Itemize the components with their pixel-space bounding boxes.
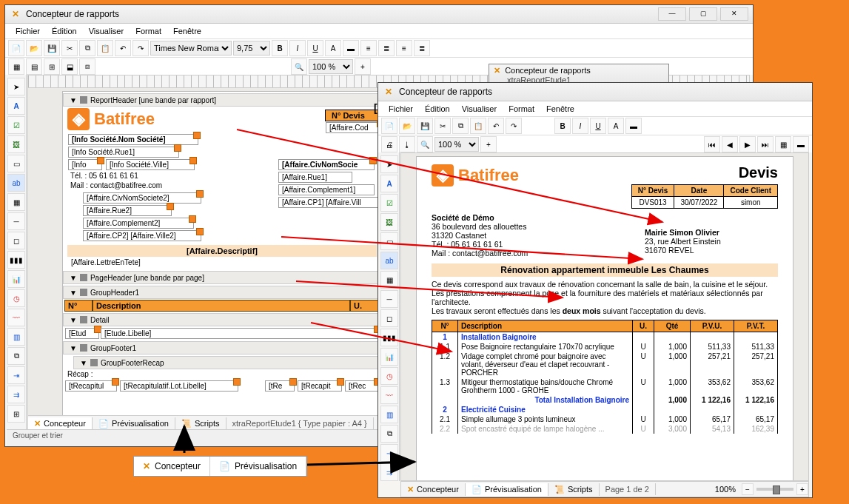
snap-icon[interactable]: ▤ (26, 58, 42, 75)
image-tool-icon[interactable]: 🖼 (380, 213, 398, 231)
line-tool-icon[interactable]: ─ (380, 290, 398, 308)
maximize-button[interactable]: ▢ (689, 7, 717, 21)
font-color-icon[interactable]: A (325, 40, 341, 56)
gauge-tool-icon[interactable]: ◷ (380, 367, 398, 385)
chart-tool-icon[interactable]: 📊 (7, 270, 25, 288)
columns-header[interactable]: N° Description U. (64, 300, 380, 312)
field-descriptif[interactable]: [Affaire.Descriptif] (67, 245, 377, 257)
field-tre[interactable]: [tRe (265, 380, 295, 392)
field-rue1[interactable]: [Info Société.Rue1] (68, 147, 179, 158)
font-size-select[interactable]: 9,75 (233, 41, 270, 56)
open-icon[interactable]: 📂 (399, 118, 415, 134)
band-report-header[interactable]: ▼ReportHeader [une bande par rapport] (63, 93, 381, 107)
menu-file[interactable]: Fichier (11, 25, 44, 37)
band-group-footer-recap[interactable]: ▼GroupFooterRecap (73, 356, 381, 369)
redo-icon[interactable]: ↷ (506, 118, 522, 134)
callout-tab-design[interactable]: ✕Concepteur (134, 457, 210, 476)
open-icon[interactable]: 📂 (26, 40, 42, 56)
band-detail[interactable]: ▼Detail (63, 313, 381, 326)
order-tool-icon[interactable]: ⧈ (79, 58, 95, 75)
shape-tool-icon[interactable]: ◻ (7, 232, 25, 249)
print-icon[interactable]: 🖨 (381, 136, 397, 152)
field-ville[interactable]: [Info Société.Ville] (106, 159, 195, 170)
field-civ2[interactable]: [Affaire.CivNomSociete2] (83, 192, 201, 204)
preview-titlebar[interactable]: ✕ Concepteur de rapports (378, 83, 812, 101)
crossband-tool-icon[interactable]: ⇉ (380, 463, 398, 481)
cut-icon[interactable]: ✂ (434, 118, 451, 134)
field-rue2[interactable]: [Affaire.Rue2] (83, 205, 172, 216)
subreport-tool-icon[interactable]: ⧉ (7, 347, 25, 365)
field-aff-rue1[interactable]: [Affaire.Rue1] (278, 172, 352, 183)
tab-preview[interactable]: 📄Prévisualisation (93, 417, 175, 430)
band-group-header[interactable]: ▼GroupHeader1 (63, 286, 381, 299)
pivot-tool-icon[interactable]: ▥ (7, 328, 25, 346)
bold-icon[interactable]: B (272, 40, 288, 56)
field-nom-societe[interactable]: [Info Société.Nom Société] (68, 134, 198, 145)
field-etud[interactable]: [Etud (65, 328, 99, 339)
save-icon[interactable]: 💾 (417, 118, 433, 134)
fill-color-icon[interactable]: ▬ (343, 40, 359, 56)
zoom-select[interactable]: 100 % (434, 137, 479, 152)
field-lettre[interactable]: [Affaire.LettreEnTete] (68, 258, 178, 267)
label-tool-icon[interactable]: A (380, 175, 398, 192)
tab-scripts[interactable]: 📜Scripts (175, 417, 226, 430)
undo-icon[interactable]: ↶ (115, 40, 131, 56)
panel-tool-icon[interactable]: ▭ (380, 232, 398, 250)
band-group-footer[interactable]: ▼GroupFooter1 (63, 341, 381, 355)
font-color-icon[interactable]: A (608, 118, 624, 134)
underline-icon[interactable]: U (590, 118, 606, 134)
shape-tool-icon[interactable]: ◻ (380, 309, 398, 327)
field-civnom[interactable]: [Affaire.CivNomSocie (278, 159, 375, 170)
menu-view[interactable]: Visualiser (457, 103, 502, 115)
underline-icon[interactable]: U (307, 40, 323, 56)
table-tool-icon[interactable]: ▦ (7, 193, 25, 211)
pagebreak-tool-icon[interactable]: ⇥ (380, 444, 398, 462)
tab-preview[interactable]: 📄Prévisualisation (466, 483, 548, 496)
first-page-icon[interactable]: ⏮ (704, 136, 720, 152)
multipage-icon[interactable]: ▦ (775, 136, 791, 152)
next-page-icon[interactable]: ▶ (739, 136, 756, 152)
callout-tab-preview[interactable]: 📄Prévisualisation (210, 457, 306, 476)
zoom-in-icon[interactable]: + (480, 136, 497, 152)
field-recap-code[interactable]: [tRecapitul (65, 380, 117, 392)
sparkline-tool-icon[interactable]: 〰 (380, 386, 398, 404)
field-recap-lib[interactable]: [tRecapitulatif.Lot.Libelle] (120, 380, 238, 392)
zoom-in-icon[interactable]: + (796, 483, 808, 495)
field-trecap[interactable]: [tRecapit (298, 380, 342, 392)
menu-window[interactable]: Fenêtre (542, 103, 579, 115)
pagebreak-tool-icon[interactable]: ⇥ (7, 366, 25, 384)
designer-titlebar[interactable]: ✕ Concepteur de rapports — ▢ ✕ (5, 5, 753, 24)
align-right-icon[interactable]: ≡ (396, 40, 412, 56)
pointer-icon[interactable]: ➤ (7, 78, 25, 95)
field-etude-libelle[interactable]: [Etude.Libelle] (101, 328, 379, 339)
prev-page-icon[interactable]: ◀ (722, 136, 738, 152)
field-trec[interactable]: [tRec (345, 380, 379, 392)
align-justify-icon[interactable]: ≣ (414, 40, 430, 56)
checkbox-tool-icon[interactable]: ☑ (7, 116, 25, 134)
redo-icon[interactable]: ↷ (132, 40, 149, 56)
italic-icon[interactable]: I (572, 118, 588, 134)
new-icon[interactable]: 📄 (8, 40, 24, 56)
menu-edit[interactable]: Édition (47, 25, 81, 37)
preview-canvas[interactable]: ◈ Batifree Devis N° Devis Date Code Clie… (400, 152, 809, 481)
sparkline-tool-icon[interactable]: 〰 (7, 309, 25, 326)
copy-icon[interactable]: ⧉ (452, 118, 469, 134)
line-tool-icon[interactable]: ─ (7, 212, 25, 230)
field-aff-compl1[interactable]: [Affaire.Complement1] (278, 184, 375, 195)
menu-view[interactable]: Visualiser (84, 25, 129, 37)
menu-file[interactable]: Fichier (384, 103, 417, 115)
undo-icon[interactable]: ↶ (488, 118, 504, 134)
barcode-tool-icon[interactable]: ▮▮▮ (380, 329, 398, 346)
fill-color-icon[interactable]: ▬ (625, 118, 642, 134)
pointer-icon[interactable]: ➤ (380, 155, 398, 173)
field-cp2[interactable]: [Affaire.CP2] [Affaire.Ville2] (83, 230, 201, 241)
tab-design[interactable]: ✕Concepteur (28, 417, 93, 430)
chart-tool-icon[interactable]: 📊 (380, 348, 398, 366)
field-aff-cp1[interactable]: [Affaire.CP1] [Affaire.Vill (278, 197, 382, 208)
close-button[interactable]: ✕ (720, 7, 748, 21)
pivot-tool-icon[interactable]: ▥ (380, 406, 398, 423)
align-center-icon[interactable]: ≣ (378, 40, 395, 56)
paste-icon[interactable]: 📋 (97, 40, 113, 56)
richtext-tool-icon[interactable]: ab (380, 252, 398, 269)
bold-icon[interactable]: B (554, 118, 571, 134)
